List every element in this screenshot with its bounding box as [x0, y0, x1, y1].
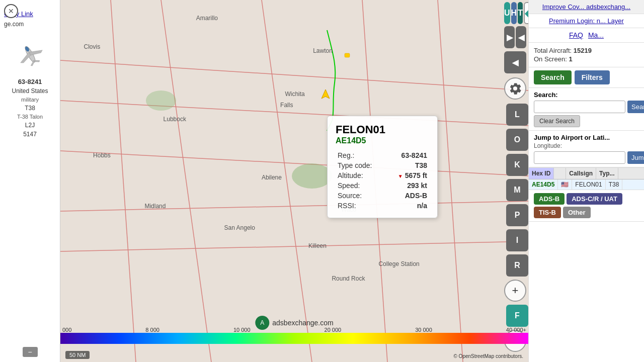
other-button[interactable]: Other	[563, 207, 591, 218]
sidebar-reg: 63-8241	[0, 77, 60, 86]
altitude-arrow-icon: ▼	[398, 173, 403, 179]
t-button[interactable]: T	[518, 2, 523, 24]
popup-type-row: Type code: T38	[336, 160, 429, 170]
action-buttons: Search Filters	[529, 67, 644, 88]
popup-speed-row: Speed: 293 kt	[336, 180, 429, 191]
clear-search-button[interactable]: Clear Search	[534, 115, 580, 127]
popup-callsign: FELON01	[336, 123, 429, 136]
premium-login-link[interactable]: Premium Login: n... Layer	[529, 14, 644, 28]
h-button[interactable]: H	[511, 2, 517, 24]
col-header-callsign[interactable]: Callsign	[566, 168, 596, 179]
svg-point-18	[146, 90, 176, 111]
sidebar-airport: L2J	[0, 121, 60, 130]
scale-label: 50 NM	[65, 351, 90, 359]
popup-speed-value: 293 kt	[386, 180, 429, 191]
alt-label-30k: 30 000	[415, 327, 432, 333]
close-button[interactable]: ✕	[4, 4, 18, 18]
tisb-button[interactable]: TIS-B	[534, 207, 561, 218]
popup-reg-row: Reg.: 63-8241	[336, 150, 429, 160]
alt-label-8k: 8 000	[145, 327, 159, 333]
sear-button[interactable]: Sear	[627, 101, 644, 113]
map-controls: U H T ◆ ▶ ◀ ◀ L O K M P	[502, 0, 528, 355]
search-input[interactable]	[534, 101, 625, 113]
domain-label: ge.com	[0, 20, 60, 32]
popup-table: Reg.: 63-8241 Type code: T38 Altitude: ▼…	[336, 150, 429, 211]
left-arrow-button[interactable]: ◀	[504, 51, 526, 73]
popup-altitude-value: ▼ 5675 ft	[386, 170, 429, 180]
sidebar-country: United States	[0, 86, 60, 96]
col-header-hex[interactable]: Hex ID	[529, 168, 554, 179]
sidebar-category: military	[0, 96, 60, 104]
jump-button[interactable]: Jum	[627, 151, 644, 164]
popup-rssi-row: RSSI: n/a	[336, 201, 429, 211]
filters-button[interactable]: Filters	[575, 70, 610, 84]
table-area: Hex ID Callsign Typ... AE14D5 🇺🇸 FELON01…	[529, 167, 644, 190]
cell-flag: 🇺🇸	[558, 179, 572, 190]
nav-links: FAQ Ma...	[529, 28, 644, 43]
map-area[interactable]: Amarillo Clovis Lubbock Hobbs Midland Ab…	[60, 0, 528, 362]
col-header-type[interactable]: Typ...	[596, 168, 618, 179]
adsc-button[interactable]: ADS-C/R / UAT	[567, 193, 622, 205]
sidebar-aircraft-type: T-38 Talon	[0, 113, 60, 121]
layer-button[interactable]: ◆	[524, 2, 528, 24]
P-button[interactable]: P	[506, 204, 528, 226]
svg-point-17	[292, 163, 332, 189]
total-aircraft-label: Total Aircraft:	[534, 47, 572, 54]
alt-label-10k: 10 000	[233, 327, 251, 333]
K-button[interactable]: K	[506, 154, 528, 176]
adsbexchange-label: adsbexchange.com	[272, 319, 333, 327]
search-button[interactable]: Search	[534, 70, 572, 84]
left-sidebar: ✕ Copy Link ge.com 63-8241 United States…	[0, 0, 60, 362]
u-button[interactable]: U	[504, 2, 510, 24]
I-button[interactable]: I	[506, 229, 528, 251]
popup-type-label: Type code:	[336, 160, 386, 170]
alt-label-40k: 40 000+	[506, 327, 526, 333]
improve-coverage-link[interactable]: Improve Cov... adsbexchang...	[529, 0, 644, 14]
jump-label: Jump to Airport or Lati...	[534, 134, 639, 141]
table-headers: Hex ID Callsign Typ...	[529, 168, 644, 179]
aircraft-popup: FELON01 AE14D5 Reg.: 63-8241 Type code: …	[327, 116, 438, 218]
search-row: Sear	[534, 101, 639, 113]
sidebar-type-code: T38	[0, 104, 60, 113]
popup-altitude-row: Altitude: ▼ 5675 ft	[336, 170, 429, 180]
cell-callsign: FELON01	[572, 179, 605, 190]
right-panel: Improve Cov... adsbexchang... Premium Lo…	[528, 0, 644, 362]
gear-button[interactable]	[504, 77, 526, 100]
total-aircraft-value: 15219	[574, 47, 592, 54]
popup-reg-value: 63-8241	[386, 150, 429, 160]
col-header-flag[interactable]	[554, 168, 566, 179]
popup-source-row: Source: ADS-B	[336, 191, 429, 201]
popup-rssi-label: RSSI:	[336, 201, 386, 211]
altitude-value-text: 5675 ft	[405, 171, 427, 179]
popup-source-value: ADS-B	[386, 191, 429, 201]
O-button[interactable]: O	[506, 129, 528, 151]
map-link[interactable]: Ma...	[588, 31, 604, 39]
adsb-button[interactable]: ADS-B	[534, 193, 565, 205]
popup-hex: AE14D5	[336, 136, 429, 145]
longitude-label: Longitude:	[534, 142, 639, 149]
back-button[interactable]: ◀	[516, 26, 526, 48]
cell-type: T38	[606, 179, 623, 190]
popup-rssi-value: n/a	[386, 201, 429, 211]
R-button[interactable]: R	[506, 254, 528, 277]
F-button[interactable]: F	[506, 305, 528, 327]
total-aircraft-stat: Total Aircraft: 15219	[534, 47, 639, 54]
popup-source-label: Source:	[336, 191, 386, 201]
jump-section: Jump to Airport or Lati... Longitude: Ju…	[529, 131, 644, 167]
aircraft-icon	[13, 37, 48, 72]
faq-link[interactable]: FAQ	[569, 31, 583, 39]
table-row[interactable]: AE14D5 🇺🇸 FELON01 T38	[529, 179, 644, 190]
zoom-in-button[interactable]: +	[504, 280, 526, 302]
stats-section: Total Aircraft: 15219 On Screen: 1	[529, 43, 644, 67]
popup-altitude-label: Altitude:	[336, 170, 386, 180]
scroll-indicator[interactable]: −	[23, 347, 38, 357]
on-screen-label: On Screen:	[534, 55, 567, 63]
cell-hex: AE14D5	[529, 179, 558, 190]
popup-speed-label: Speed:	[336, 180, 386, 191]
M-button[interactable]: M	[506, 179, 528, 201]
scale-indicator: 50 NM	[65, 350, 90, 359]
L-button[interactable]: L	[506, 104, 528, 126]
jump-input[interactable]	[534, 151, 625, 164]
alt-label-0: 000	[62, 327, 71, 333]
forward-button[interactable]: ▶	[504, 26, 515, 48]
